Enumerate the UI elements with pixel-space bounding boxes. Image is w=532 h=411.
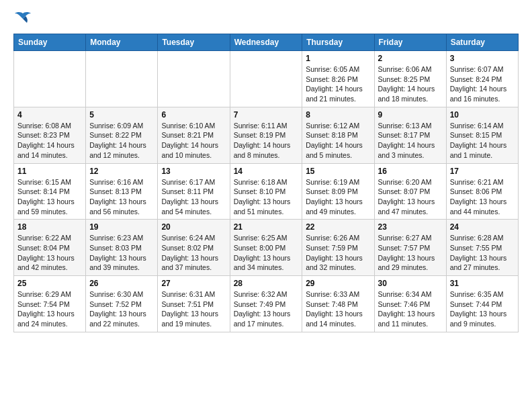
calendar-cell: 5Sunrise: 6:09 AMSunset: 8:22 PMDaylight… xyxy=(86,107,158,163)
calendar-cell xyxy=(158,51,230,107)
calendar-cell: 26Sunrise: 6:30 AMSunset: 7:52 PMDayligh… xyxy=(86,276,158,332)
day-info: Sunrise: 6:25 AMSunset: 8:00 PMDaylight:… xyxy=(234,233,299,273)
day-number: 28 xyxy=(234,279,299,288)
day-number: 10 xyxy=(450,110,515,120)
day-info: Sunrise: 6:21 AMSunset: 8:06 PMDaylight:… xyxy=(450,177,515,217)
day-number: 13 xyxy=(161,167,226,176)
day-info: Sunrise: 6:05 AMSunset: 8:26 PMDaylight:… xyxy=(306,64,370,104)
day-info: Sunrise: 6:14 AMSunset: 8:15 PMDaylight:… xyxy=(450,121,515,161)
day-number: 5 xyxy=(89,110,154,120)
week-row-2: 4Sunrise: 6:08 AMSunset: 8:23 PMDaylight… xyxy=(14,107,519,163)
calendar-cell: 24Sunrise: 6:28 AMSunset: 7:55 PMDayligh… xyxy=(446,220,518,276)
calendar-cell: 10Sunrise: 6:14 AMSunset: 8:15 PMDayligh… xyxy=(446,107,518,163)
day-info: Sunrise: 6:12 AMSunset: 8:18 PMDaylight:… xyxy=(306,121,370,161)
logo-icon xyxy=(13,11,32,27)
page-header xyxy=(13,11,519,27)
day-info: Sunrise: 6:32 AMSunset: 7:49 PMDaylight:… xyxy=(234,289,299,329)
calendar-cell: 12Sunrise: 6:16 AMSunset: 8:13 PMDayligh… xyxy=(86,163,158,220)
day-number: 11 xyxy=(17,167,82,176)
day-number: 6 xyxy=(161,110,226,120)
day-info: Sunrise: 6:34 AMSunset: 7:46 PMDaylight:… xyxy=(378,289,443,329)
day-info: Sunrise: 6:09 AMSunset: 8:22 PMDaylight:… xyxy=(89,121,154,161)
day-number: 12 xyxy=(89,167,154,176)
day-number: 26 xyxy=(89,279,154,288)
day-info: Sunrise: 6:18 AMSunset: 8:10 PMDaylight:… xyxy=(234,177,299,217)
day-number: 16 xyxy=(378,167,443,176)
day-info: Sunrise: 6:07 AMSunset: 8:24 PMDaylight:… xyxy=(450,64,515,104)
calendar-cell: 11Sunrise: 6:15 AMSunset: 8:14 PMDayligh… xyxy=(14,163,86,220)
day-number: 2 xyxy=(378,54,443,63)
calendar-cell: 25Sunrise: 6:29 AMSunset: 7:54 PMDayligh… xyxy=(14,276,86,332)
calendar-cell: 22Sunrise: 6:26 AMSunset: 7:59 PMDayligh… xyxy=(302,220,374,276)
day-number: 22 xyxy=(306,222,370,232)
day-number: 31 xyxy=(450,279,515,288)
day-number: 18 xyxy=(17,222,82,232)
calendar-cell: 30Sunrise: 6:34 AMSunset: 7:46 PMDayligh… xyxy=(374,276,446,332)
day-info: Sunrise: 6:06 AMSunset: 8:25 PMDaylight:… xyxy=(378,64,443,104)
calendar-cell: 23Sunrise: 6:27 AMSunset: 7:57 PMDayligh… xyxy=(374,220,446,276)
day-number: 9 xyxy=(378,110,443,120)
day-number: 15 xyxy=(306,167,370,176)
calendar-cell: 4Sunrise: 6:08 AMSunset: 8:23 PMDaylight… xyxy=(14,107,86,163)
day-info: Sunrise: 6:30 AMSunset: 7:52 PMDaylight:… xyxy=(89,289,154,329)
day-number: 4 xyxy=(17,110,82,120)
day-info: Sunrise: 6:17 AMSunset: 8:11 PMDaylight:… xyxy=(161,177,226,217)
calendar-cell: 29Sunrise: 6:33 AMSunset: 7:48 PMDayligh… xyxy=(302,276,374,332)
calendar-cell: 9Sunrise: 6:13 AMSunset: 8:17 PMDaylight… xyxy=(374,107,446,163)
day-info: Sunrise: 6:33 AMSunset: 7:48 PMDaylight:… xyxy=(306,289,370,329)
day-info: Sunrise: 6:16 AMSunset: 8:13 PMDaylight:… xyxy=(89,177,154,217)
logo xyxy=(13,11,35,27)
day-info: Sunrise: 6:15 AMSunset: 8:14 PMDaylight:… xyxy=(17,177,82,217)
day-info: Sunrise: 6:27 AMSunset: 7:57 PMDaylight:… xyxy=(378,233,443,273)
day-number: 8 xyxy=(306,110,370,120)
day-info: Sunrise: 6:11 AMSunset: 8:19 PMDaylight:… xyxy=(234,121,299,161)
day-number: 27 xyxy=(161,279,226,288)
calendar-cell xyxy=(14,51,86,107)
day-info: Sunrise: 6:31 AMSunset: 7:51 PMDaylight:… xyxy=(161,289,226,329)
calendar-cell: 27Sunrise: 6:31 AMSunset: 7:51 PMDayligh… xyxy=(158,276,230,332)
day-number: 23 xyxy=(378,222,443,232)
day-info: Sunrise: 6:24 AMSunset: 8:02 PMDaylight:… xyxy=(161,233,226,273)
week-row-4: 18Sunrise: 6:22 AMSunset: 8:04 PMDayligh… xyxy=(14,220,519,276)
header-day-tuesday: Tuesday xyxy=(158,34,230,51)
day-info: Sunrise: 6:13 AMSunset: 8:17 PMDaylight:… xyxy=(378,121,443,161)
day-info: Sunrise: 6:20 AMSunset: 8:07 PMDaylight:… xyxy=(378,177,443,217)
calendar-cell: 7Sunrise: 6:11 AMSunset: 8:19 PMDaylight… xyxy=(230,107,302,163)
day-number: 7 xyxy=(234,110,299,120)
day-info: Sunrise: 6:22 AMSunset: 8:04 PMDaylight:… xyxy=(17,233,82,273)
header-day-sunday: Sunday xyxy=(14,34,86,51)
calendar-header-row: SundayMondayTuesdayWednesdayThursdayFrid… xyxy=(14,34,519,51)
calendar-cell: 6Sunrise: 6:10 AMSunset: 8:21 PMDaylight… xyxy=(158,107,230,163)
calendar-cell: 15Sunrise: 6:19 AMSunset: 8:09 PMDayligh… xyxy=(302,163,374,220)
calendar-cell: 13Sunrise: 6:17 AMSunset: 8:11 PMDayligh… xyxy=(158,163,230,220)
day-number: 21 xyxy=(234,222,299,232)
day-number: 20 xyxy=(161,222,226,232)
calendar-cell: 28Sunrise: 6:32 AMSunset: 7:49 PMDayligh… xyxy=(230,276,302,332)
day-info: Sunrise: 6:35 AMSunset: 7:44 PMDaylight:… xyxy=(450,289,515,329)
calendar-cell: 1Sunrise: 6:05 AMSunset: 8:26 PMDaylight… xyxy=(302,51,374,107)
header-day-thursday: Thursday xyxy=(302,34,374,51)
calendar-table: SundayMondayTuesdayWednesdayThursdayFrid… xyxy=(13,34,519,332)
day-number: 3 xyxy=(450,54,515,63)
day-info: Sunrise: 6:08 AMSunset: 8:23 PMDaylight:… xyxy=(17,121,82,161)
calendar-cell xyxy=(230,51,302,107)
calendar-cell: 2Sunrise: 6:06 AMSunset: 8:25 PMDaylight… xyxy=(374,51,446,107)
calendar-cell: 19Sunrise: 6:23 AMSunset: 8:03 PMDayligh… xyxy=(86,220,158,276)
calendar-cell: 21Sunrise: 6:25 AMSunset: 8:00 PMDayligh… xyxy=(230,220,302,276)
calendar-cell: 16Sunrise: 6:20 AMSunset: 8:07 PMDayligh… xyxy=(374,163,446,220)
day-info: Sunrise: 6:10 AMSunset: 8:21 PMDaylight:… xyxy=(161,121,226,161)
day-info: Sunrise: 6:28 AMSunset: 7:55 PMDaylight:… xyxy=(450,233,515,273)
day-number: 1 xyxy=(306,54,370,63)
header-day-monday: Monday xyxy=(86,34,158,51)
day-number: 19 xyxy=(89,222,154,232)
header-day-friday: Friday xyxy=(374,34,446,51)
calendar-cell: 8Sunrise: 6:12 AMSunset: 8:18 PMDaylight… xyxy=(302,107,374,163)
day-number: 25 xyxy=(17,279,82,288)
calendar-cell: 17Sunrise: 6:21 AMSunset: 8:06 PMDayligh… xyxy=(446,163,518,220)
day-info: Sunrise: 6:19 AMSunset: 8:09 PMDaylight:… xyxy=(306,177,370,217)
day-number: 29 xyxy=(306,279,370,288)
calendar-cell xyxy=(86,51,158,107)
calendar-cell: 31Sunrise: 6:35 AMSunset: 7:44 PMDayligh… xyxy=(446,276,518,332)
header-day-saturday: Saturday xyxy=(446,34,518,51)
day-info: Sunrise: 6:23 AMSunset: 8:03 PMDaylight:… xyxy=(89,233,154,273)
